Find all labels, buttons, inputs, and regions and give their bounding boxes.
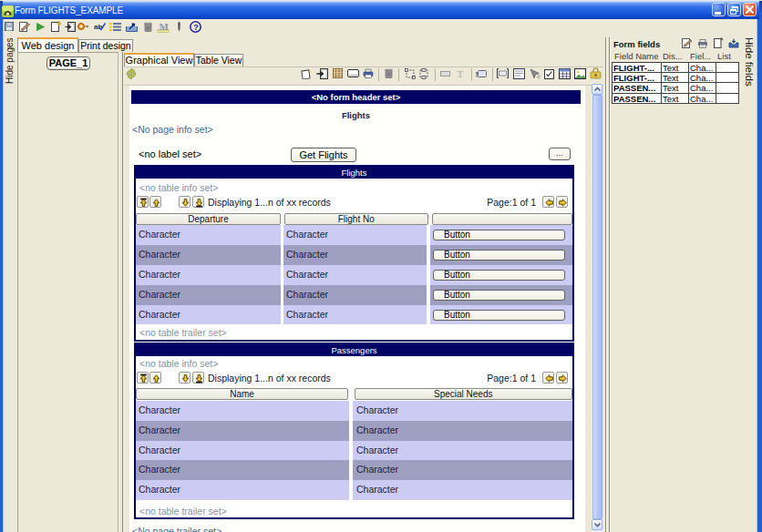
svg-text:T: T	[458, 68, 464, 78]
svg-text:?: ?	[193, 22, 199, 32]
